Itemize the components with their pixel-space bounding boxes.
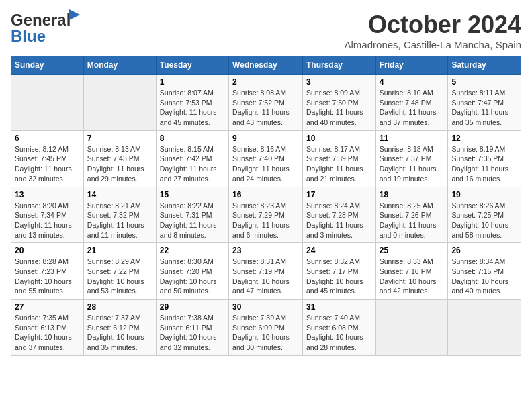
calendar-cell: 23Sunrise: 8:31 AM Sunset: 7:19 PM Dayli… [229,243,303,300]
calendar-cell: 25Sunrise: 8:33 AM Sunset: 7:16 PM Dayli… [375,243,448,300]
calendar-cell: 29Sunrise: 7:38 AM Sunset: 6:11 PM Dayli… [156,300,228,356]
day-info: Sunrise: 8:08 AM Sunset: 7:52 PM Dayligh… [232,88,299,128]
weekday-header: Monday [83,56,156,75]
day-number: 30 [232,302,299,312]
calendar-cell [375,300,448,356]
weekday-header: Saturday [448,56,521,75]
day-number: 31 [306,302,372,312]
logo: General Blue [11,11,71,46]
day-info: Sunrise: 8:13 AM Sunset: 7:43 PM Dayligh… [87,144,152,184]
day-info: Sunrise: 8:28 AM Sunset: 7:23 PM Dayligh… [15,257,80,296]
calendar-week-row: 1Sunrise: 8:07 AM Sunset: 7:53 PM Daylig… [11,75,521,131]
day-number: 25 [380,246,445,255]
calendar-cell: 30Sunrise: 7:39 AM Sunset: 6:09 PM Dayli… [229,300,303,356]
logo-arrow-icon [69,9,83,23]
calendar-cell: 3Sunrise: 8:09 AM Sunset: 7:50 PM Daylig… [302,75,375,131]
day-number: 26 [451,246,517,255]
day-info: Sunrise: 8:21 AM Sunset: 7:32 PM Dayligh… [87,201,152,240]
calendar-cell: 26Sunrise: 8:34 AM Sunset: 7:15 PM Dayli… [448,243,521,300]
day-info: Sunrise: 7:40 AM Sunset: 6:08 PM Dayligh… [306,313,372,353]
day-number: 22 [160,246,225,255]
day-info: Sunrise: 8:15 AM Sunset: 7:42 PM Dayligh… [160,144,225,184]
calendar-week-row: 27Sunrise: 7:35 AM Sunset: 6:13 PM Dayli… [11,300,521,356]
day-number: 2 [232,77,299,87]
svg-marker-0 [69,9,80,20]
day-number: 9 [232,134,299,143]
day-info: Sunrise: 7:38 AM Sunset: 6:11 PM Dayligh… [160,313,225,353]
day-number: 19 [451,190,517,199]
logo-text-blue: Blue [11,27,46,46]
weekday-header: Sunday [11,56,84,75]
day-number: 23 [232,246,299,255]
calendar-cell: 21Sunrise: 8:29 AM Sunset: 7:22 PM Dayli… [83,243,156,300]
day-number: 21 [87,246,152,255]
day-info: Sunrise: 8:31 AM Sunset: 7:19 PM Dayligh… [232,257,299,296]
calendar-cell: 6Sunrise: 8:12 AM Sunset: 7:45 PM Daylig… [11,130,84,187]
calendar-cell: 17Sunrise: 8:24 AM Sunset: 7:28 PM Dayli… [302,187,375,243]
day-number: 28 [87,302,152,312]
calendar-header-row: SundayMondayTuesdayWednesdayThursdayFrid… [11,56,521,75]
calendar-cell: 9Sunrise: 8:16 AM Sunset: 7:40 PM Daylig… [229,130,303,187]
weekday-header: Tuesday [156,56,228,75]
day-number: 6 [15,134,80,143]
day-number: 24 [306,246,372,255]
weekday-header: Thursday [302,56,375,75]
month-title: October 2024 [345,11,521,39]
day-number: 1 [160,77,225,87]
day-info: Sunrise: 8:09 AM Sunset: 7:50 PM Dayligh… [306,88,372,128]
calendar-cell: 14Sunrise: 8:21 AM Sunset: 7:32 PM Dayli… [83,187,156,243]
calendar-cell: 31Sunrise: 7:40 AM Sunset: 6:08 PM Dayli… [302,300,375,356]
day-number: 16 [232,190,299,199]
day-info: Sunrise: 8:30 AM Sunset: 7:20 PM Dayligh… [160,257,225,296]
day-number: 5 [451,77,517,87]
calendar-cell: 2Sunrise: 8:08 AM Sunset: 7:52 PM Daylig… [229,75,303,131]
day-number: 8 [160,134,225,143]
day-number: 17 [306,190,372,199]
calendar-cell: 20Sunrise: 8:28 AM Sunset: 7:23 PM Dayli… [11,243,84,300]
calendar-cell: 12Sunrise: 8:19 AM Sunset: 7:35 PM Dayli… [448,130,521,187]
day-info: Sunrise: 8:29 AM Sunset: 7:22 PM Dayligh… [87,257,152,296]
calendar-week-row: 13Sunrise: 8:20 AM Sunset: 7:34 PM Dayli… [11,187,521,243]
day-number: 14 [87,190,152,199]
logo-text-general: General [11,11,71,29]
day-number: 27 [15,302,80,312]
day-info: Sunrise: 8:25 AM Sunset: 7:26 PM Dayligh… [380,201,445,240]
day-number: 4 [380,77,445,87]
day-info: Sunrise: 7:39 AM Sunset: 6:09 PM Dayligh… [232,313,299,353]
calendar-cell: 8Sunrise: 8:15 AM Sunset: 7:42 PM Daylig… [156,130,228,187]
day-info: Sunrise: 7:35 AM Sunset: 6:13 PM Dayligh… [15,313,80,353]
day-info: Sunrise: 7:37 AM Sunset: 6:12 PM Dayligh… [87,313,152,353]
calendar-cell: 28Sunrise: 7:37 AM Sunset: 6:12 PM Dayli… [83,300,156,356]
calendar-cell: 10Sunrise: 8:17 AM Sunset: 7:39 PM Dayli… [302,130,375,187]
day-info: Sunrise: 8:19 AM Sunset: 7:35 PM Dayligh… [451,144,517,184]
page-header: General Blue October 2024 Almadrones, Ca… [11,11,521,50]
day-number: 10 [306,134,372,143]
calendar-table: SundayMondayTuesdayWednesdayThursdayFrid… [11,56,521,356]
calendar-cell [448,300,521,356]
day-info: Sunrise: 8:11 AM Sunset: 7:47 PM Dayligh… [451,88,517,128]
calendar-cell: 15Sunrise: 8:22 AM Sunset: 7:31 PM Dayli… [156,187,228,243]
weekday-header: Wednesday [229,56,303,75]
calendar-week-row: 6Sunrise: 8:12 AM Sunset: 7:45 PM Daylig… [11,130,521,187]
calendar-week-row: 20Sunrise: 8:28 AM Sunset: 7:23 PM Dayli… [11,243,521,300]
day-number: 18 [380,190,445,199]
day-info: Sunrise: 8:24 AM Sunset: 7:28 PM Dayligh… [306,201,372,240]
day-info: Sunrise: 8:10 AM Sunset: 7:48 PM Dayligh… [380,88,445,128]
title-block: October 2024 Almadrones, Castille-La Man… [345,11,521,50]
calendar-cell [11,75,84,131]
day-info: Sunrise: 8:33 AM Sunset: 7:16 PM Dayligh… [380,257,445,296]
day-info: Sunrise: 8:34 AM Sunset: 7:15 PM Dayligh… [451,257,517,296]
day-number: 3 [306,77,372,87]
day-info: Sunrise: 8:23 AM Sunset: 7:29 PM Dayligh… [232,201,299,240]
calendar-cell: 13Sunrise: 8:20 AM Sunset: 7:34 PM Dayli… [11,187,84,243]
calendar-cell: 27Sunrise: 7:35 AM Sunset: 6:13 PM Dayli… [11,300,84,356]
calendar-cell: 1Sunrise: 8:07 AM Sunset: 7:53 PM Daylig… [156,75,228,131]
day-number: 11 [380,134,445,143]
calendar-cell [83,75,156,131]
day-number: 12 [451,134,517,143]
day-info: Sunrise: 8:17 AM Sunset: 7:39 PM Dayligh… [306,144,372,184]
calendar-cell: 7Sunrise: 8:13 AM Sunset: 7:43 PM Daylig… [83,130,156,187]
day-info: Sunrise: 8:07 AM Sunset: 7:53 PM Dayligh… [160,88,225,128]
calendar-cell: 19Sunrise: 8:26 AM Sunset: 7:25 PM Dayli… [448,187,521,243]
calendar-cell: 16Sunrise: 8:23 AM Sunset: 7:29 PM Dayli… [229,187,303,243]
